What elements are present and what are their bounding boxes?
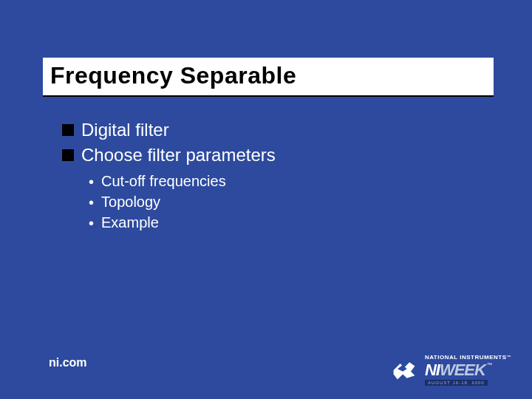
bullet-text: Digital filter — [81, 120, 169, 140]
brand-company: NATIONAL INSTRUMENTS™ — [425, 355, 511, 361]
bullet-text: Topology — [101, 194, 160, 211]
slide-title: Frequency Separable — [50, 62, 486, 89]
bullet-text: Cut-off frequencies — [101, 173, 226, 190]
brand-ni: NI — [425, 362, 440, 378]
bullet-level2: • Topology — [89, 194, 276, 211]
brand-niweek: NI WEEK ™ — [425, 362, 492, 378]
ni-eagle-icon — [391, 357, 417, 383]
dot-bullet-icon: • — [89, 195, 94, 210]
slide-title-strip: Frequency Separable — [43, 58, 494, 97]
bullet-text: Choose filter parameters — [81, 145, 276, 166]
trademark-icon: ™ — [487, 362, 492, 367]
bullet-level1: Choose filter parameters — [62, 145, 276, 166]
bullet-level2: • Example — [89, 214, 276, 231]
bullet-level1: Digital filter — [62, 120, 276, 140]
brand-week: WEEK — [440, 362, 485, 378]
footer-site: ni.com — [49, 356, 87, 369]
square-bullet-icon — [62, 149, 74, 161]
bullet-text: Example — [101, 214, 159, 231]
bullet-level2: • Cut-off frequencies — [89, 173, 276, 190]
dot-bullet-icon: • — [89, 216, 94, 231]
sub-bullet-group: • Cut-off frequencies • Topology • Examp… — [62, 173, 276, 231]
footer-brand: NATIONAL INSTRUMENTS™ NI WEEK ™ AUGUST 1… — [391, 355, 511, 386]
square-bullet-icon — [62, 124, 74, 136]
slide-content: Digital filter Choose filter parameters … — [62, 120, 276, 235]
dot-bullet-icon: • — [89, 174, 94, 189]
brand-text-block: NATIONAL INSTRUMENTS™ NI WEEK ™ AUGUST 1… — [425, 355, 511, 386]
brand-date: AUGUST 16-18, 2000 — [425, 380, 488, 386]
